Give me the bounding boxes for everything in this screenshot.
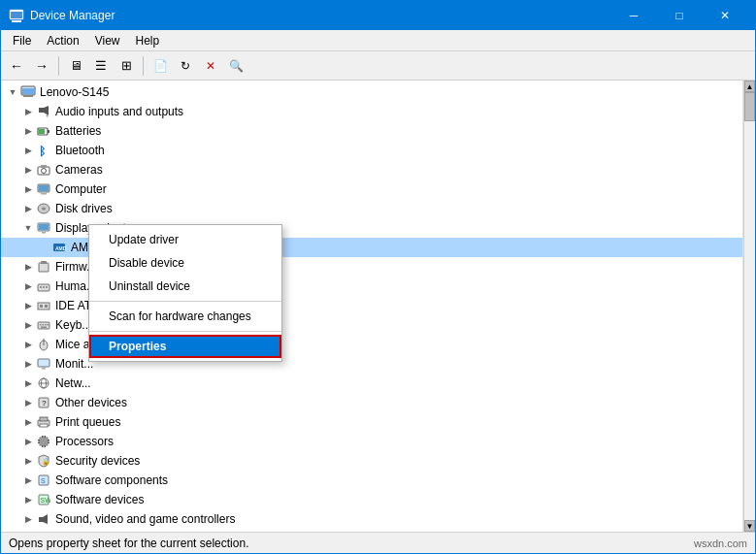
expand-icon-network: ▶ (20, 375, 36, 391)
scroll-up[interactable]: ▲ (744, 81, 755, 92)
uninstall-icon: ✕ (206, 59, 215, 73)
expand-icon-sound: ▶ (20, 511, 36, 527)
toolbar: 🖥 ☰ ⊞ 📄 ↻ ✕ 🔍 (1, 51, 755, 81)
ctx-properties[interactable]: Properties (89, 335, 281, 358)
tree-item-softwarecomp[interactable]: ▶ S Software components (1, 471, 742, 490)
expand-icon-display: ▼ (20, 220, 36, 236)
keyboard-label: Keyb... (55, 318, 91, 332)
svg-rect-60 (42, 436, 44, 438)
human-icon (36, 278, 51, 294)
svg-text:S: S (41, 477, 46, 484)
tree-item-computer[interactable]: ▶ Computer (1, 179, 742, 199)
expand-icon-monitors: ▶ (20, 356, 36, 372)
svg-rect-32 (38, 303, 49, 310)
uninstall-button[interactable]: ✕ (199, 54, 222, 78)
resources-button[interactable]: ⊞ (115, 54, 138, 78)
tree-item-print[interactable]: ▶ Print queues (1, 412, 742, 432)
other-icon: ? (36, 395, 51, 410)
svg-rect-26 (39, 263, 49, 272)
close-button[interactable]: ✕ (703, 1, 747, 30)
branding: wsxdn.com (694, 538, 747, 549)
svg-rect-45 (42, 368, 46, 370)
scrollbar[interactable]: ▲ ▼ (743, 81, 755, 532)
tree-item-root[interactable]: ▼ Lenovo-S145 (1, 82, 742, 102)
ctx-scan-hardware[interactable]: Scan for hardware changes (89, 305, 281, 328)
svg-rect-37 (43, 324, 45, 326)
svg-rect-63 (45, 445, 47, 447)
menu-view[interactable]: View (87, 32, 128, 49)
tree-item-storage[interactable]: ▶ Storage controllers (1, 529, 742, 532)
firmware-icon (36, 259, 51, 275)
computer-label: Computer (55, 182, 107, 196)
root-label: Lenovo-S145 (40, 85, 109, 99)
tree-item-disk[interactable]: ▶ Disk drives (1, 199, 742, 218)
svg-rect-57 (38, 442, 40, 444)
minimize-button[interactable]: ─ (611, 1, 656, 30)
resources-icon: ⊞ (121, 58, 132, 73)
menu-file[interactable]: File (5, 32, 39, 49)
ctx-disable-device[interactable]: Disable device (89, 251, 281, 275)
menu-action[interactable]: Action (39, 32, 86, 49)
ctx-sep-1 (89, 301, 281, 302)
security-label: Security devices (55, 454, 140, 468)
status-text: Opens property sheet for the current sel… (9, 537, 248, 550)
computer-button[interactable]: 🖥 (64, 54, 87, 78)
svg-rect-62 (42, 445, 44, 447)
status-bar: Opens property sheet for the current sel… (1, 532, 755, 553)
tree-item-cameras[interactable]: ▶ Cameras (1, 160, 742, 179)
expand-icon-storage: ▶ (20, 531, 36, 532)
svg-rect-23 (42, 232, 46, 234)
tree-item-sound[interactable]: ▶ Sound, video and game controllers (1, 509, 742, 529)
svg-rect-15 (41, 165, 47, 168)
menu-bar: File Action View Help (1, 30, 755, 51)
scroll-down[interactable]: ▼ (744, 520, 755, 532)
audio-icon: + (36, 104, 51, 119)
tree-item-processors[interactable]: ▶ Processors (1, 432, 742, 451)
expand-icon-root: ▼ (5, 84, 20, 100)
expand-icon-bluetooth: ▶ (20, 143, 36, 158)
back-button[interactable] (5, 54, 28, 78)
tree-item-audio[interactable]: ▶ + Audio inputs and outputs (1, 102, 742, 121)
ctx-uninstall-device[interactable]: Uninstall device (89, 275, 281, 298)
expand-icon-security: ▶ (20, 453, 36, 469)
network-label: Netw... (55, 376, 91, 390)
svg-rect-6 (39, 108, 44, 113)
svg-rect-31 (46, 286, 48, 288)
tree-item-bluetooth[interactable]: ▶ ᛒ Bluetooth (1, 141, 742, 160)
svg-rect-5 (22, 88, 34, 94)
title-bar: Device Manager ─ □ ✕ (1, 1, 755, 30)
properties-button[interactable]: 📄 (148, 54, 172, 78)
ctx-update-driver[interactable]: Update driver (89, 228, 281, 251)
processors-icon (36, 434, 51, 449)
tree-item-other[interactable]: ▶ ? Other devices (1, 393, 742, 412)
scan-button[interactable]: 🔍 (224, 54, 247, 78)
forward-button[interactable] (30, 54, 53, 78)
forward-icon (35, 58, 49, 74)
softwaredev-label: Software devices (55, 493, 144, 506)
scroll-thumb[interactable] (744, 92, 755, 121)
menu-help[interactable]: Help (128, 32, 168, 49)
monitors-icon (36, 356, 51, 372)
batteries-label: Batteries (55, 124, 101, 138)
svg-rect-56 (38, 440, 40, 441)
svg-rect-38 (45, 324, 47, 326)
expand-icon-disk: ▶ (20, 201, 36, 216)
cameras-icon (36, 162, 51, 178)
expand-icon-softwaredev: ▶ (20, 492, 36, 507)
device-tree[interactable]: ▼ Lenovo-S145 ▶ + (1, 81, 743, 532)
tree-item-security[interactable]: ▶ 🔒 Security devices (1, 451, 742, 471)
tree-item-network[interactable]: ▶ Netw... (1, 374, 742, 393)
update-driver-button[interactable]: ↻ (174, 54, 197, 78)
device-list-button[interactable]: ☰ (89, 54, 113, 78)
cameras-label: Cameras (55, 163, 103, 177)
other-label: Other devices (55, 396, 127, 409)
display-icon (36, 220, 51, 236)
app-icon (9, 8, 24, 23)
tree-item-softwaredev[interactable]: ▶ SW Software devices (1, 490, 742, 509)
tree-item-batteries[interactable]: ▶ Batteries (1, 121, 742, 141)
svg-marker-70 (43, 514, 48, 524)
maximize-button[interactable]: □ (657, 1, 702, 30)
window-title: Device Manager (30, 9, 611, 22)
expand-icon-human: ▶ (20, 278, 36, 294)
expand-icon-ide: ▶ (20, 298, 36, 313)
